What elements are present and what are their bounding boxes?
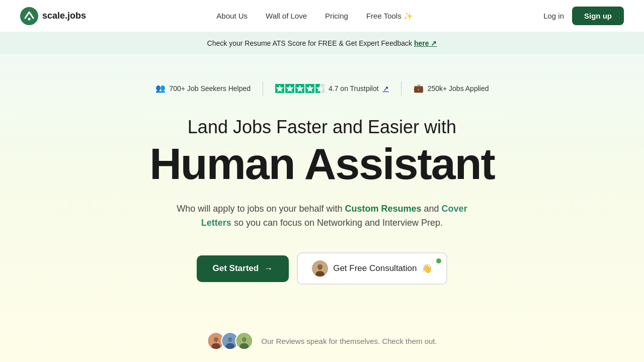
online-indicator [436, 258, 441, 263]
hero-subtitle: Land Jobs Faster and Easier with [188, 116, 456, 138]
social-proof-bar: 👥 700+ Job Seekers Helped 4.7 on Trustpi… [143, 78, 501, 98]
desc-text-2: and [422, 204, 442, 214]
nav-about-us[interactable]: About Us [216, 12, 248, 20]
star-2 [285, 84, 294, 93]
desc-highlight-resumes: Custom Resumes [345, 204, 422, 214]
avatar-image [312, 260, 328, 277]
consultant-avatar [312, 260, 328, 277]
nav-links: About Us Wall of Love Pricing Free Tools… [216, 12, 413, 21]
svg-point-18 [211, 343, 220, 349]
svg-point-1 [28, 18, 31, 20]
arrow-icon: → [264, 263, 273, 274]
logo[interactable]: scale.jobs [20, 7, 86, 25]
star-3 [295, 84, 304, 93]
banner-text: Check your Resume ATS Score for FREE & G… [207, 39, 414, 47]
badge-job-seekers: 👥 700+ Job Seekers Helped [143, 78, 263, 98]
logo-text: scale.jobs [42, 11, 86, 21]
svg-point-23 [242, 337, 247, 342]
get-started-label: Get Started [213, 263, 259, 274]
get-started-button[interactable]: Get Started → [197, 255, 289, 282]
get-consultation-button[interactable]: Get Free Consultation 👋 [297, 252, 447, 285]
svg-point-14 [317, 264, 323, 270]
desc-text-3: so you can focus on Networking and Inter… [231, 218, 443, 228]
nav-wall-of-love[interactable]: Wall of Love [266, 12, 307, 20]
reviews-teaser: Our Reviews speak for themselves. Check … [207, 332, 437, 350]
ats-banner: Check your Resume ATS Score for FREE & G… [0, 32, 644, 54]
reviews-text: Our Reviews speak for themselves. Check … [261, 337, 437, 345]
badge-job-seekers-text: 700+ Job Seekers Helped [170, 84, 251, 93]
trustpilot-rating: 4.7 on Trustpilot [329, 84, 379, 93]
badge-jobs-applied: 💼 250k+ Jobs Applied [401, 78, 501, 98]
trustpilot-stars [275, 84, 325, 93]
svg-point-0 [20, 7, 38, 25]
hero-section: 👥 700+ Job Seekers Helped 4.7 on Trustpi… [0, 54, 644, 362]
star-1 [275, 84, 284, 93]
signup-button[interactable]: Sign up [572, 7, 624, 25]
trustpilot-link[interactable]: ↗ [383, 84, 389, 93]
svg-point-21 [225, 343, 234, 349]
nav-free-tools[interactable]: Free Tools ✨ [366, 12, 413, 21]
desc-text-1: Who will apply to jobs on your behalf wi… [177, 204, 345, 214]
briefcase-icon: 💼 [414, 83, 424, 93]
review-avatar-3 [235, 332, 253, 350]
star-5-half [315, 84, 325, 93]
cta-buttons: Get Started → Get Free Consultation 👋 [197, 252, 448, 285]
badge-jobs-text: 250k+ Jobs Applied [428, 84, 489, 93]
users-icon: 👥 [155, 83, 166, 93]
hero-title: Human Assistant [149, 141, 495, 187]
badge-trustpilot: 4.7 on Trustpilot ↗ [263, 79, 401, 98]
login-button[interactable]: Log in [543, 12, 564, 20]
banner-link[interactable]: here ↗ [414, 39, 437, 47]
review-avatars [207, 332, 253, 350]
star-4 [305, 84, 314, 93]
logo-icon [20, 7, 38, 25]
wave-emoji: 👋 [422, 263, 432, 274]
svg-point-24 [239, 343, 249, 349]
svg-point-17 [214, 337, 218, 342]
auth-buttons: Log in Sign up [543, 7, 624, 25]
svg-point-20 [228, 337, 232, 342]
hero-description: Who will apply to jobs on your behalf wi… [161, 202, 483, 231]
consultation-label: Get Free Consultation [333, 263, 417, 274]
navbar: scale.jobs About Us Wall of Love Pricing… [0, 0, 644, 32]
nav-pricing[interactable]: Pricing [325, 12, 348, 20]
